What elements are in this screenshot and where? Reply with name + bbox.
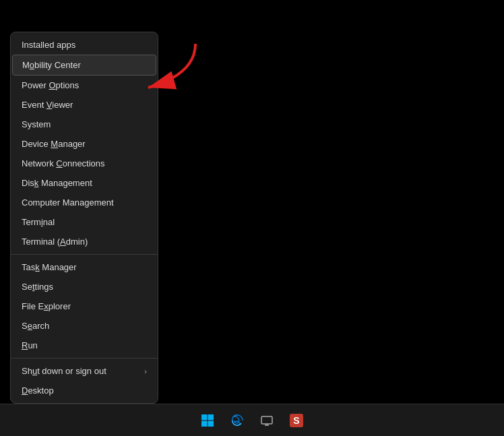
menu-item-label: Installed apps bbox=[22, 40, 75, 50]
app-s-button[interactable]: S bbox=[283, 407, 310, 434]
menu-item-label: Search bbox=[22, 321, 49, 331]
svg-rect-5 bbox=[261, 416, 272, 424]
menu-item-network-connections[interactable]: Network Connections bbox=[11, 154, 158, 173]
svg-text:S: S bbox=[293, 415, 299, 426]
menu-item-device-manager[interactable]: Device Manager bbox=[11, 134, 158, 154]
menu-item-label: Mobility Center bbox=[22, 60, 81, 70]
menu-item-run[interactable]: Run bbox=[11, 336, 158, 355]
menu-item-label: Disk Management bbox=[22, 178, 92, 188]
svg-rect-4 bbox=[208, 421, 214, 427]
system-icon-button[interactable] bbox=[253, 407, 280, 434]
menu-item-label: Run bbox=[22, 340, 38, 350]
edge-browser-button[interactable] bbox=[224, 407, 251, 434]
taskbar: S bbox=[0, 404, 504, 436]
svg-rect-1 bbox=[201, 414, 208, 421]
menu-item-power-options[interactable]: Power Options bbox=[11, 75, 158, 95]
menu-item-label: Task Manager bbox=[22, 262, 77, 272]
menu-item-terminal[interactable]: Terminal bbox=[11, 212, 158, 232]
menu-item-label: Terminal bbox=[22, 217, 55, 227]
menu-item-disk-management[interactable]: Disk Management bbox=[11, 173, 158, 193]
menu-item-label: Power Options bbox=[22, 80, 79, 90]
separator-2 bbox=[11, 358, 158, 359]
svg-rect-2 bbox=[208, 414, 214, 421]
menu-item-task-manager[interactable]: Task Manager bbox=[11, 257, 158, 277]
chevron-right-icon: › bbox=[144, 367, 147, 375]
menu-item-shut-down[interactable]: Shut down or sign out › bbox=[11, 361, 158, 381]
menu-item-label: Network Connections bbox=[22, 158, 105, 168]
menu-item-label: System bbox=[22, 119, 51, 129]
menu-item-label: Desktop bbox=[22, 385, 54, 396]
start-button[interactable] bbox=[194, 407, 221, 434]
menu-item-computer-management[interactable]: Computer Management bbox=[11, 193, 158, 212]
menu-item-label: Terminal (Admin) bbox=[22, 237, 88, 247]
menu-item-label: File Explorer bbox=[22, 301, 71, 311]
menu-item-label: Device Manager bbox=[22, 139, 86, 149]
menu-item-installed-apps[interactable]: Installed apps bbox=[11, 35, 158, 55]
menu-item-label: Computer Management bbox=[22, 197, 114, 208]
menu-item-system[interactable]: System bbox=[11, 115, 158, 134]
menu-item-label: Shut down or sign out bbox=[22, 366, 106, 376]
menu-item-event-viewer[interactable]: Event Viewer bbox=[11, 95, 158, 115]
menu-item-terminal-admin[interactable]: Terminal (Admin) bbox=[11, 232, 158, 251]
svg-rect-3 bbox=[201, 421, 208, 427]
menu-item-settings[interactable]: Settings bbox=[11, 277, 158, 297]
menu-item-mobility-center[interactable]: Mobility Center bbox=[12, 55, 156, 75]
menu-item-file-explorer[interactable]: File Explorer bbox=[11, 297, 158, 316]
menu-item-label: Event Viewer bbox=[22, 100, 73, 110]
separator-1 bbox=[11, 254, 158, 255]
menu-item-desktop[interactable]: Desktop bbox=[11, 381, 158, 400]
context-menu: Installed apps Mobility Center Power Opt… bbox=[10, 32, 158, 404]
menu-item-label: Settings bbox=[22, 282, 53, 292]
menu-item-search[interactable]: Search bbox=[11, 316, 158, 336]
